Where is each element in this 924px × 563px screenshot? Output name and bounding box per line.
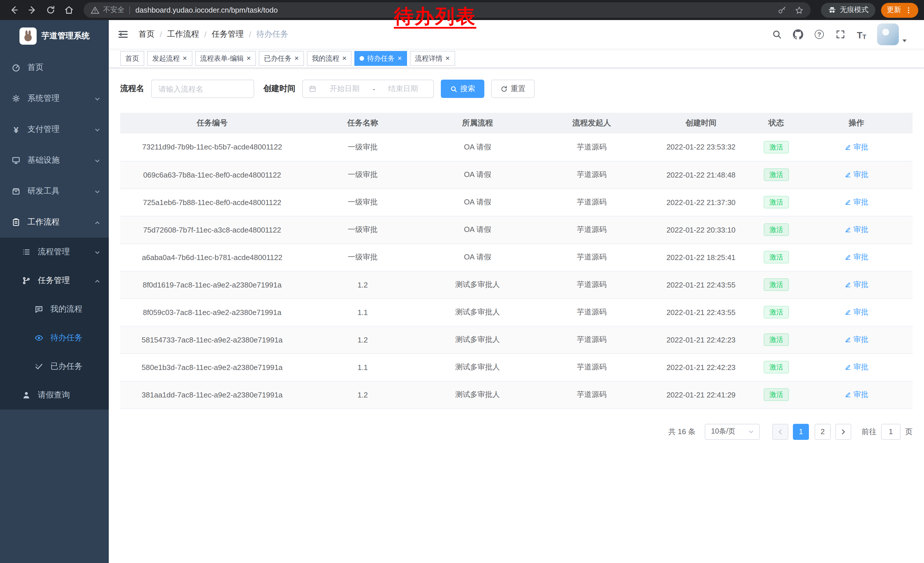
sidebar-item-payment[interactable]: ¥ 支付管理	[0, 114, 109, 145]
tab[interactable]: 待办任务 ×	[355, 51, 407, 66]
avatar[interactable]	[877, 24, 899, 45]
status-cell: 激活	[753, 326, 800, 353]
approve-button[interactable]: 审批	[844, 252, 868, 262]
tab-close-icon[interactable]: ×	[183, 54, 187, 62]
chevron-up-icon	[94, 277, 101, 284]
breadcrumb-item-home[interactable]: 首页	[138, 29, 154, 39]
tab[interactable]: 流程表单-编辑 ×	[195, 51, 256, 66]
approve-button-label: 审批	[853, 170, 868, 180]
tab[interactable]: 已办任务 ×	[259, 51, 304, 66]
created-cell: 2022-01-21 22:43:55	[650, 271, 753, 299]
sidebar-item-my-process[interactable]: 我的流程	[0, 295, 109, 324]
sidebar-item-task-mgmt[interactable]: 任务管理	[0, 266, 109, 295]
tab-close-icon[interactable]: ×	[398, 54, 402, 62]
page-button-2[interactable]: 2	[814, 423, 831, 440]
approve-button[interactable]: 审批	[844, 225, 868, 235]
help-icon[interactable]: ?	[813, 29, 825, 40]
sidebar-item-todo-task[interactable]: 待办任务	[0, 324, 109, 352]
hamburger-icon[interactable]	[117, 29, 129, 40]
reset-button[interactable]: 重置	[491, 80, 535, 98]
action-cell: 审批	[800, 299, 912, 326]
approve-button[interactable]: 审批	[844, 362, 868, 372]
app-logo-row[interactable]: 芋道管理系统	[0, 20, 109, 52]
approve-button[interactable]: 审批	[844, 335, 868, 345]
tab[interactable]: 首页	[120, 51, 144, 66]
created-cell: 2022-01-21 22:41:29	[650, 381, 753, 408]
warning-icon	[90, 6, 100, 15]
approve-button-label: 审批	[853, 389, 868, 400]
approve-button[interactable]: 审批	[844, 307, 868, 317]
font-size-icon[interactable]: TT	[856, 29, 867, 40]
tab[interactable]: 流程详情 ×	[410, 51, 455, 66]
sidebar-item-label: 任务管理	[38, 275, 70, 286]
tab[interactable]: 发起流程 ×	[147, 51, 192, 66]
search-button[interactable]: 搜索	[441, 80, 484, 98]
chevron-down-icon	[748, 428, 754, 435]
approve-button-label: 审批	[853, 225, 868, 235]
home-icon[interactable]	[61, 2, 77, 18]
fullscreen-icon[interactable]	[835, 29, 846, 40]
tab-close-icon[interactable]: ×	[342, 54, 346, 62]
next-page-button[interactable]	[835, 423, 851, 440]
security-label[interactable]: 不安全	[103, 5, 124, 15]
update-button[interactable]: 更新	[881, 3, 918, 18]
approve-button[interactable]: 审批	[844, 142, 868, 152]
page-size-select[interactable]: 10条/页	[705, 423, 760, 440]
approve-button-label: 审批	[853, 307, 868, 317]
breadcrumb-item-workflow[interactable]: 工作流程	[167, 29, 199, 39]
date-range-picker[interactable]: 开始日期 - 结束日期	[302, 80, 434, 98]
prev-page-button[interactable]	[772, 423, 788, 440]
approve-button[interactable]: 审批	[844, 279, 868, 290]
approve-button[interactable]: 审批	[844, 170, 868, 180]
bookmark-star-icon[interactable]	[795, 6, 804, 15]
tab-label: 发起流程	[152, 51, 180, 66]
approve-button[interactable]: 审批	[844, 197, 868, 207]
search-icon[interactable]	[771, 29, 783, 40]
sidebar-item-workflow[interactable]: 工作流程	[0, 207, 109, 238]
github-icon[interactable]	[792, 29, 804, 40]
filter-form: 流程名 创建时间 开始日期 - 结束日期 搜索	[120, 80, 912, 98]
tab-close-icon[interactable]: ×	[246, 54, 251, 62]
forward-icon[interactable]	[24, 2, 40, 18]
goto-page-input[interactable]	[881, 423, 900, 440]
sidebar-item-process-mgmt[interactable]: 流程管理	[0, 238, 109, 266]
tab-label: 流程表单-编辑	[200, 51, 244, 66]
process-name-input[interactable]	[159, 84, 247, 93]
incognito-icon	[828, 6, 836, 14]
back-icon[interactable]	[6, 2, 22, 18]
sidebar-item-home[interactable]: 首页	[0, 52, 109, 83]
list-icon	[22, 248, 31, 257]
sidebar-item-dev-tools[interactable]: 研发工具	[0, 176, 109, 207]
sidebar-item-leave-query[interactable]: 请假查询	[0, 381, 109, 410]
toolbox-icon	[12, 187, 21, 196]
tab-close-icon[interactable]: ×	[294, 54, 298, 62]
page-button-1[interactable]: 1	[793, 423, 809, 440]
breadcrumb-separator: /	[160, 30, 162, 39]
status-cell: 激活	[753, 381, 800, 408]
sidebar-item-infrastructure[interactable]: 基础设施	[0, 145, 109, 176]
start-date-placeholder[interactable]: 开始日期	[320, 84, 369, 94]
column-header-process: 所属流程	[422, 113, 534, 134]
action-cell: 审批	[800, 271, 912, 299]
status-badge: 激活	[764, 224, 789, 236]
sidebar-item-done-task[interactable]: 已办任务	[0, 352, 109, 381]
task-id-cell: 73211d9d-7b9b-11ec-b5b7-acde48001122	[120, 134, 304, 161]
task-id-cell: 725a1eb6-7b88-11ec-8ef0-acde48001122	[120, 188, 304, 216]
column-header-created: 创建时间	[650, 113, 753, 134]
sidebar-item-label: 工作流程	[27, 217, 60, 227]
sidebar-item-system[interactable]: 系统管理	[0, 83, 109, 114]
tab[interactable]: 我的流程 ×	[307, 51, 352, 66]
status-badge: 激活	[764, 196, 789, 209]
tab-close-icon[interactable]: ×	[446, 54, 450, 62]
breadcrumb-item-task-mgmt[interactable]: 任务管理	[212, 29, 244, 39]
end-date-placeholder[interactable]: 结束日期	[378, 84, 428, 94]
reload-icon[interactable]	[42, 2, 58, 18]
user-menu[interactable]	[877, 24, 908, 45]
chevron-down-icon	[94, 249, 101, 255]
sidebar: 芋道管理系统 首页 系统管理 ¥ 支付管理	[0, 20, 109, 563]
approve-button[interactable]: 审批	[844, 389, 868, 400]
breadcrumb: 首页 / 工作流程 / 任务管理 / 待办任务	[138, 29, 288, 39]
goto-label: 前往	[862, 426, 876, 437]
branch-icon	[22, 276, 31, 285]
password-key-icon[interactable]	[777, 6, 787, 15]
